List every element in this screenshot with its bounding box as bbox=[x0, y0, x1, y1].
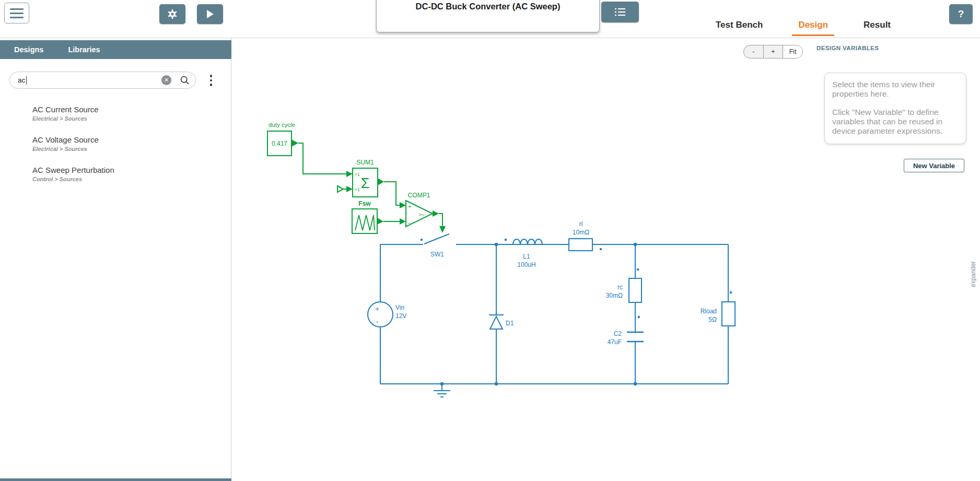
search-options-menu-button[interactable] bbox=[207, 73, 215, 88]
design-variables-heading: DESIGN VARIABLES bbox=[816, 45, 879, 51]
list-item[interactable]: AC Sweep Perturbation Control > Sources bbox=[32, 166, 114, 182]
text-cursor bbox=[26, 76, 27, 85]
zoom-in-button[interactable]: + bbox=[764, 45, 784, 58]
search-icon[interactable] bbox=[180, 75, 190, 86]
rc-value: 30mΩ bbox=[606, 292, 623, 299]
junction-dots bbox=[421, 239, 732, 385]
d1-label: D1 bbox=[506, 320, 514, 327]
l1-label: L1 bbox=[523, 253, 530, 260]
tab-test-bench[interactable]: Test Bench bbox=[709, 20, 769, 36]
component-category: Electrical > Sources bbox=[32, 115, 114, 122]
zoom-fit-button[interactable]: Fit bbox=[783, 45, 802, 58]
settings-button[interactable] bbox=[159, 4, 185, 24]
library-search-input[interactable]: ac ✕ bbox=[9, 72, 196, 89]
switch-blade[interactable] bbox=[424, 234, 449, 244]
hamburger-menu-button[interactable] bbox=[4, 3, 29, 24]
capacitor-c2[interactable] bbox=[627, 332, 644, 342]
vin-plus-sign: + bbox=[375, 305, 379, 313]
tab-design[interactable]: Design bbox=[792, 20, 834, 36]
comp1-label: COMP1 bbox=[408, 192, 430, 199]
resistor-rc[interactable] bbox=[629, 278, 641, 302]
sidebar-bottom-strip bbox=[0, 478, 231, 481]
top-toolbar: DC-DC Buck Converter (AC Sweep) Test Ben… bbox=[0, 0, 980, 38]
wire[interactable] bbox=[439, 214, 442, 226]
voltage-source-vin[interactable] bbox=[368, 302, 393, 327]
design-title: DC-DC Buck Converter (AC Sweep) bbox=[377, 2, 599, 11]
wire[interactable] bbox=[384, 182, 400, 205]
rl-value: 10mΩ bbox=[573, 229, 589, 236]
duty-cycle-label: duty cycle bbox=[269, 122, 295, 128]
question-mark-icon: ? bbox=[958, 8, 964, 20]
zoom-out-button[interactable]: - bbox=[744, 45, 764, 58]
sum1-gain-in1: +1 bbox=[355, 172, 360, 177]
list-item[interactable]: AC Current Source Electrical > Sources bbox=[32, 105, 114, 122]
rl-label: rl bbox=[579, 220, 583, 228]
resistor-rload[interactable] bbox=[722, 302, 735, 326]
wire[interactable] bbox=[298, 143, 346, 174]
ground-symbol[interactable] bbox=[434, 384, 450, 397]
vin-minus-sign: - bbox=[376, 318, 379, 326]
component-category: Electrical > Sources bbox=[32, 146, 114, 152]
view-tabs: Test Bench Design Result bbox=[709, 20, 897, 36]
sidebar-tab-libraries[interactable]: Libraries bbox=[68, 45, 100, 54]
sum1-label: SUM1 bbox=[356, 159, 374, 166]
component-name: AC Current Source bbox=[32, 105, 114, 114]
help-button[interactable]: ? bbox=[949, 4, 973, 24]
search-value: ac bbox=[18, 76, 25, 84]
diode-d1[interactable] bbox=[489, 315, 504, 329]
play-icon bbox=[207, 10, 214, 18]
c2-label: C2 bbox=[614, 330, 622, 337]
gear-icon bbox=[167, 8, 178, 20]
schematic-canvas[interactable]: duty cycle 0.417 SUM1 Σ +1 +1 COMP1 + - … bbox=[231, 38, 980, 481]
comp1-minus: - bbox=[408, 219, 410, 227]
sw1-label: SW1 bbox=[430, 251, 444, 258]
rc-label: rc bbox=[617, 284, 623, 291]
tab-result[interactable]: Result bbox=[857, 20, 897, 36]
inductor-l1[interactable] bbox=[513, 239, 542, 244]
c2-value: 47uF bbox=[608, 338, 622, 346]
clear-search-button[interactable]: ✕ bbox=[161, 75, 171, 85]
panel-expander-handle[interactable]: expander bbox=[970, 261, 977, 287]
new-variable-button[interactable]: New Variable bbox=[904, 159, 964, 172]
component-name: AC Voltage Source bbox=[32, 135, 114, 144]
info-text-1: Select the items to view their propertie… bbox=[832, 80, 959, 99]
rload-label: Rload bbox=[701, 308, 717, 315]
sum1-gain-in2: +1 bbox=[355, 187, 360, 192]
component-name: AC Sweep Perturbation bbox=[32, 166, 114, 174]
component-category: Control > Sources bbox=[32, 176, 114, 182]
sigma-icon: Σ bbox=[361, 175, 370, 191]
sidebar-tab-designs[interactable]: Designs bbox=[14, 45, 43, 54]
run-simulation-button[interactable] bbox=[197, 4, 223, 24]
library-sidebar: Designs Libraries ac ✕ AC Current Source… bbox=[0, 38, 231, 481]
vin-label: Vin bbox=[395, 304, 404, 311]
vin-value: 12V bbox=[395, 312, 406, 320]
l1-value: 100uH bbox=[517, 261, 535, 268]
sidebar-tab-bar: Designs Libraries bbox=[0, 40, 231, 59]
design-variables-info-box: Select the items to view their propertie… bbox=[824, 73, 966, 144]
triangle-wave-block-fsw[interactable] bbox=[352, 209, 383, 233]
sum-input-stub[interactable] bbox=[337, 186, 353, 192]
duty-cycle-value: 0.417 bbox=[272, 140, 287, 147]
zoom-controls: - + Fit bbox=[743, 45, 803, 58]
search-results-list: AC Current Source Electrical > Sources A… bbox=[32, 105, 114, 196]
design-title-box[interactable]: DC-DC Buck Converter (AC Sweep) bbox=[376, 0, 600, 32]
fsw-label: Fsw bbox=[358, 200, 371, 207]
comp1-operator: >= bbox=[418, 212, 425, 217]
list-view-button[interactable] bbox=[601, 2, 639, 22]
comp1-plus: + bbox=[408, 203, 411, 209]
list-item[interactable]: AC Voltage Source Electrical > Sources bbox=[32, 135, 114, 152]
rload-value: 5Ω bbox=[708, 316, 717, 323]
resistor-rl[interactable] bbox=[569, 239, 592, 251]
info-text-2: Click "New Variable" to define variables… bbox=[832, 108, 959, 136]
list-icon bbox=[614, 6, 626, 18]
